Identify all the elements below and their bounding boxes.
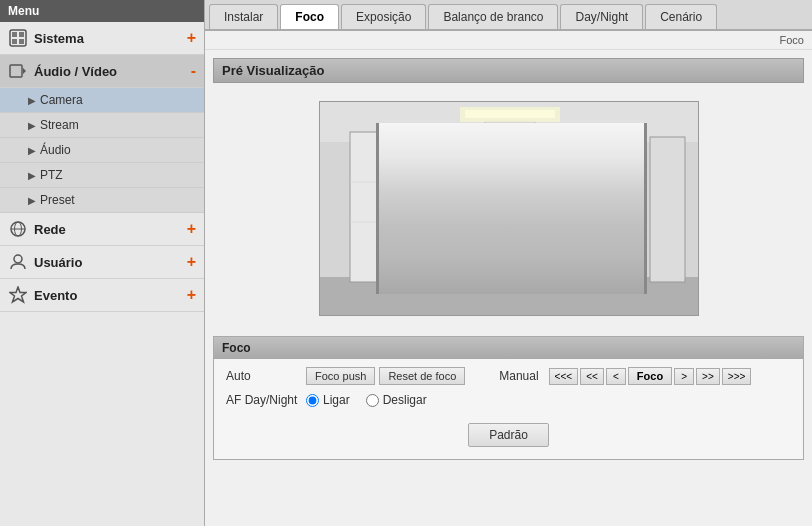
- tab-balanco[interactable]: Balanço de branco: [428, 4, 558, 29]
- svg-rect-20: [600, 132, 640, 282]
- ligar-radio[interactable]: [306, 394, 319, 407]
- sidebar-item-av-toggle: -: [191, 62, 196, 80]
- svg-rect-15: [320, 142, 699, 277]
- desligar-option[interactable]: Desligar: [366, 393, 427, 407]
- tab-instalar[interactable]: Instalar: [209, 4, 278, 29]
- svg-rect-16: [350, 132, 410, 282]
- desligar-label: Desligar: [383, 393, 427, 407]
- preview-section-header: Pré Visualização: [213, 58, 804, 83]
- sidebar-item-av-label: Áudio / Vídeo: [34, 64, 191, 79]
- sidebar-subitem-camera[interactable]: ▶ Camera: [0, 88, 204, 113]
- svg-marker-6: [23, 68, 26, 74]
- svg-line-23: [557, 202, 565, 207]
- svg-rect-18: [485, 122, 535, 282]
- sidebar-header: Menu: [0, 0, 204, 22]
- audio-arrow: ▶: [28, 145, 36, 156]
- sidebar: Menu Sistema + Áudio / Vídeo - ▶ Camera …: [0, 0, 205, 526]
- svg-rect-14: [320, 277, 699, 316]
- tab-exposicao[interactable]: Exposição: [341, 4, 426, 29]
- svg-rect-5: [10, 65, 22, 77]
- sidebar-subitem-stream-label: Stream: [40, 118, 79, 132]
- svg-rect-30: [465, 110, 555, 118]
- af-radio-group: Ligar Desligar: [306, 393, 427, 407]
- foco-section-header: Foco: [214, 337, 803, 359]
- svg-rect-1: [12, 32, 17, 37]
- tab-foco[interactable]: Foco: [280, 4, 339, 29]
- reset-foco-button[interactable]: Reset de foco: [379, 367, 465, 385]
- svg-rect-3: [12, 39, 17, 44]
- sidebar-item-av[interactable]: Áudio / Vídeo -: [0, 55, 204, 88]
- sidebar-subitem-stream[interactable]: ▶ Stream: [0, 113, 204, 138]
- main-content: Instalar Foco Exposição Balanço de branc…: [205, 0, 812, 526]
- nav-lll-button[interactable]: <<<: [549, 368, 579, 385]
- sidebar-subitem-preset-label: Preset: [40, 193, 75, 207]
- tab-bar: Instalar Foco Exposição Balanço de branc…: [205, 0, 812, 31]
- svg-line-22: [505, 202, 515, 207]
- tab-daynight[interactable]: Day/Night: [560, 4, 643, 29]
- preview-image: [319, 101, 699, 316]
- ligar-label: Ligar: [323, 393, 350, 407]
- auto-label: Auto: [226, 369, 306, 383]
- nav-foco-button[interactable]: Foco: [628, 367, 672, 385]
- sidebar-item-evento[interactable]: Evento +: [0, 279, 204, 312]
- sidebar-subitem-ptz-label: PTZ: [40, 168, 63, 182]
- av-icon: [8, 61, 28, 81]
- svg-rect-17: [420, 127, 475, 282]
- breadcrumb: Foco: [205, 31, 812, 50]
- svg-point-10: [14, 255, 22, 263]
- svg-rect-12: [320, 102, 699, 316]
- sidebar-item-sistema-toggle: +: [187, 29, 196, 47]
- nav-rrr-button[interactable]: >>>: [722, 368, 752, 385]
- af-daynight-label: AF Day/Night: [226, 393, 306, 407]
- sidebar-item-usuario-label: Usuário: [34, 255, 187, 270]
- sidebar-item-rede-toggle: +: [187, 220, 196, 238]
- system-icon: [8, 28, 28, 48]
- foco-section: Foco Auto Foco push Reset de foco Manual…: [213, 336, 804, 460]
- sidebar-subitem-audio[interactable]: ▶ Áudio: [0, 138, 204, 163]
- sidebar-item-rede[interactable]: Rede +: [0, 213, 204, 246]
- camera-arrow: ▶: [28, 95, 36, 106]
- sidebar-subitem-audio-label: Áudio: [40, 143, 71, 157]
- svg-rect-19: [545, 127, 590, 282]
- svg-marker-11: [10, 287, 26, 302]
- foco-push-button[interactable]: Foco push: [306, 367, 375, 385]
- sidebar-subitem-camera-label: Camera: [40, 93, 83, 107]
- sidebar-item-evento-toggle: +: [187, 286, 196, 304]
- sidebar-subitem-preset[interactable]: ▶ Preset: [0, 188, 204, 213]
- nav-ll-button[interactable]: <<: [580, 368, 604, 385]
- nav-rr-button[interactable]: >>: [696, 368, 720, 385]
- evento-icon: [8, 285, 28, 305]
- usuario-icon: [8, 252, 28, 272]
- sidebar-item-evento-label: Evento: [34, 288, 187, 303]
- preset-arrow: ▶: [28, 195, 36, 206]
- sidebar-item-usuario[interactable]: Usuário +: [0, 246, 204, 279]
- preview-container: [213, 91, 804, 326]
- sidebar-item-rede-label: Rede: [34, 222, 187, 237]
- svg-rect-2: [19, 32, 24, 37]
- nav-buttons: <<< << < Foco > >> >>>: [549, 367, 752, 385]
- default-button[interactable]: Padrão: [468, 423, 549, 447]
- default-row: Padrão: [226, 415, 791, 451]
- svg-rect-21: [650, 137, 685, 282]
- auto-row: Auto Foco push Reset de foco Manual <<< …: [226, 367, 791, 385]
- sidebar-subitem-ptz[interactable]: ▶ PTZ: [0, 163, 204, 188]
- ptz-arrow: ▶: [28, 170, 36, 181]
- sidebar-item-sistema[interactable]: Sistema +: [0, 22, 204, 55]
- nav-l-button[interactable]: <: [606, 368, 626, 385]
- content-area: Pré Visualização: [205, 50, 812, 526]
- foco-content: Auto Foco push Reset de foco Manual <<< …: [214, 359, 803, 459]
- sidebar-item-usuario-toggle: +: [187, 253, 196, 271]
- nav-r-button[interactable]: >: [674, 368, 694, 385]
- desligar-radio[interactable]: [366, 394, 379, 407]
- tab-cenario[interactable]: Cenário: [645, 4, 717, 29]
- ligar-option[interactable]: Ligar: [306, 393, 350, 407]
- sidebar-item-sistema-label: Sistema: [34, 31, 187, 46]
- rede-icon: [8, 219, 28, 239]
- manual-label: Manual: [499, 369, 538, 383]
- svg-rect-4: [19, 39, 24, 44]
- af-row: AF Day/Night Ligar Desligar: [226, 393, 791, 407]
- stream-arrow: ▶: [28, 120, 36, 131]
